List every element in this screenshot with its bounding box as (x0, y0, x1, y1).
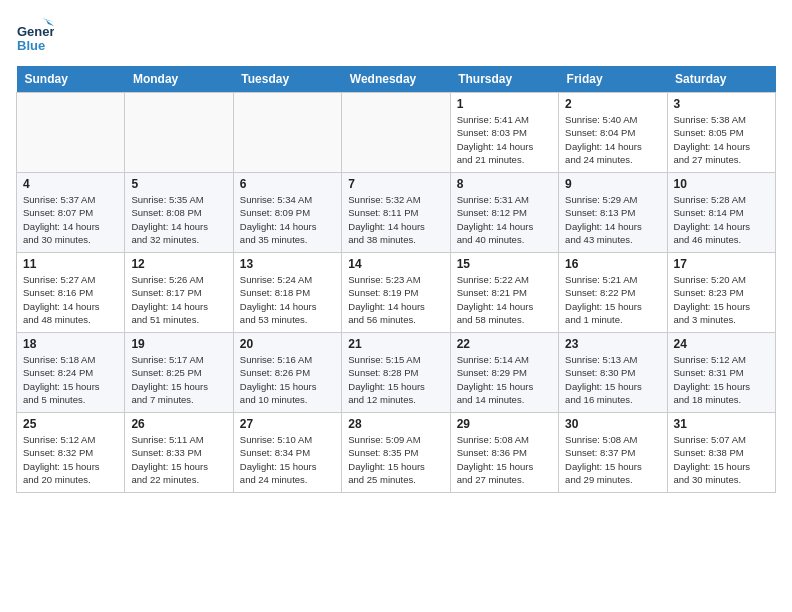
calendar-day-cell: 2Sunrise: 5:40 AM Sunset: 8:04 PM Daylig… (559, 93, 667, 173)
calendar-day-cell: 23Sunrise: 5:13 AM Sunset: 8:30 PM Dayli… (559, 333, 667, 413)
calendar-day-cell: 24Sunrise: 5:12 AM Sunset: 8:31 PM Dayli… (667, 333, 775, 413)
day-number: 9 (565, 177, 660, 191)
calendar-day-cell: 7Sunrise: 5:32 AM Sunset: 8:11 PM Daylig… (342, 173, 450, 253)
day-info: Sunrise: 5:28 AM Sunset: 8:14 PM Dayligh… (674, 193, 769, 246)
day-number: 27 (240, 417, 335, 431)
day-number: 15 (457, 257, 552, 271)
day-info: Sunrise: 5:40 AM Sunset: 8:04 PM Dayligh… (565, 113, 660, 166)
calendar-day-cell: 16Sunrise: 5:21 AM Sunset: 8:22 PM Dayli… (559, 253, 667, 333)
day-info: Sunrise: 5:27 AM Sunset: 8:16 PM Dayligh… (23, 273, 118, 326)
calendar-day-cell: 12Sunrise: 5:26 AM Sunset: 8:17 PM Dayli… (125, 253, 233, 333)
calendar-week-row: 4Sunrise: 5:37 AM Sunset: 8:07 PM Daylig… (17, 173, 776, 253)
day-number: 31 (674, 417, 769, 431)
day-number: 18 (23, 337, 118, 351)
calendar-week-row: 1Sunrise: 5:41 AM Sunset: 8:03 PM Daylig… (17, 93, 776, 173)
day-info: Sunrise: 5:13 AM Sunset: 8:30 PM Dayligh… (565, 353, 660, 406)
calendar-week-row: 25Sunrise: 5:12 AM Sunset: 8:32 PM Dayli… (17, 413, 776, 493)
calendar-day-cell: 10Sunrise: 5:28 AM Sunset: 8:14 PM Dayli… (667, 173, 775, 253)
svg-text:General: General (17, 24, 54, 39)
day-info: Sunrise: 5:32 AM Sunset: 8:11 PM Dayligh… (348, 193, 443, 246)
calendar-day-cell (233, 93, 341, 173)
day-number: 13 (240, 257, 335, 271)
day-info: Sunrise: 5:14 AM Sunset: 8:29 PM Dayligh… (457, 353, 552, 406)
day-number: 1 (457, 97, 552, 111)
page-header: General Blue (16, 16, 776, 54)
weekday-header: Wednesday (342, 66, 450, 93)
day-info: Sunrise: 5:09 AM Sunset: 8:35 PM Dayligh… (348, 433, 443, 486)
day-info: Sunrise: 5:15 AM Sunset: 8:28 PM Dayligh… (348, 353, 443, 406)
day-number: 24 (674, 337, 769, 351)
day-info: Sunrise: 5:37 AM Sunset: 8:07 PM Dayligh… (23, 193, 118, 246)
calendar-day-cell: 27Sunrise: 5:10 AM Sunset: 8:34 PM Dayli… (233, 413, 341, 493)
day-number: 30 (565, 417, 660, 431)
day-number: 26 (131, 417, 226, 431)
day-number: 23 (565, 337, 660, 351)
calendar-day-cell: 5Sunrise: 5:35 AM Sunset: 8:08 PM Daylig… (125, 173, 233, 253)
day-info: Sunrise: 5:08 AM Sunset: 8:37 PM Dayligh… (565, 433, 660, 486)
day-info: Sunrise: 5:12 AM Sunset: 8:31 PM Dayligh… (674, 353, 769, 406)
day-info: Sunrise: 5:23 AM Sunset: 8:19 PM Dayligh… (348, 273, 443, 326)
calendar-day-cell: 18Sunrise: 5:18 AM Sunset: 8:24 PM Dayli… (17, 333, 125, 413)
day-info: Sunrise: 5:07 AM Sunset: 8:38 PM Dayligh… (674, 433, 769, 486)
day-info: Sunrise: 5:22 AM Sunset: 8:21 PM Dayligh… (457, 273, 552, 326)
day-number: 25 (23, 417, 118, 431)
calendar-day-cell: 15Sunrise: 5:22 AM Sunset: 8:21 PM Dayli… (450, 253, 558, 333)
day-number: 28 (348, 417, 443, 431)
calendar-day-cell: 1Sunrise: 5:41 AM Sunset: 8:03 PM Daylig… (450, 93, 558, 173)
calendar-table: SundayMondayTuesdayWednesdayThursdayFrid… (16, 66, 776, 493)
calendar-day-cell: 22Sunrise: 5:14 AM Sunset: 8:29 PM Dayli… (450, 333, 558, 413)
calendar-day-cell: 17Sunrise: 5:20 AM Sunset: 8:23 PM Dayli… (667, 253, 775, 333)
calendar-day-cell: 31Sunrise: 5:07 AM Sunset: 8:38 PM Dayli… (667, 413, 775, 493)
calendar-day-cell: 11Sunrise: 5:27 AM Sunset: 8:16 PM Dayli… (17, 253, 125, 333)
weekday-header: Friday (559, 66, 667, 93)
weekday-header: Tuesday (233, 66, 341, 93)
day-number: 14 (348, 257, 443, 271)
weekday-header: Thursday (450, 66, 558, 93)
calendar-day-cell (342, 93, 450, 173)
day-number: 4 (23, 177, 118, 191)
calendar-day-cell: 8Sunrise: 5:31 AM Sunset: 8:12 PM Daylig… (450, 173, 558, 253)
day-number: 12 (131, 257, 226, 271)
calendar-day-cell: 28Sunrise: 5:09 AM Sunset: 8:35 PM Dayli… (342, 413, 450, 493)
calendar-day-cell: 30Sunrise: 5:08 AM Sunset: 8:37 PM Dayli… (559, 413, 667, 493)
day-number: 16 (565, 257, 660, 271)
day-number: 21 (348, 337, 443, 351)
day-number: 2 (565, 97, 660, 111)
day-info: Sunrise: 5:10 AM Sunset: 8:34 PM Dayligh… (240, 433, 335, 486)
logo: General Blue (16, 16, 54, 54)
day-info: Sunrise: 5:29 AM Sunset: 8:13 PM Dayligh… (565, 193, 660, 246)
day-info: Sunrise: 5:21 AM Sunset: 8:22 PM Dayligh… (565, 273, 660, 326)
weekday-header: Saturday (667, 66, 775, 93)
day-number: 29 (457, 417, 552, 431)
day-info: Sunrise: 5:41 AM Sunset: 8:03 PM Dayligh… (457, 113, 552, 166)
day-info: Sunrise: 5:38 AM Sunset: 8:05 PM Dayligh… (674, 113, 769, 166)
weekday-header: Sunday (17, 66, 125, 93)
calendar-day-cell: 3Sunrise: 5:38 AM Sunset: 8:05 PM Daylig… (667, 93, 775, 173)
calendar-day-cell: 6Sunrise: 5:34 AM Sunset: 8:09 PM Daylig… (233, 173, 341, 253)
day-info: Sunrise: 5:24 AM Sunset: 8:18 PM Dayligh… (240, 273, 335, 326)
day-info: Sunrise: 5:35 AM Sunset: 8:08 PM Dayligh… (131, 193, 226, 246)
day-number: 20 (240, 337, 335, 351)
day-info: Sunrise: 5:12 AM Sunset: 8:32 PM Dayligh… (23, 433, 118, 486)
calendar-day-cell: 26Sunrise: 5:11 AM Sunset: 8:33 PM Dayli… (125, 413, 233, 493)
logo-icon: General Blue (16, 16, 54, 54)
day-number: 10 (674, 177, 769, 191)
calendar-day-cell (17, 93, 125, 173)
calendar-day-cell: 14Sunrise: 5:23 AM Sunset: 8:19 PM Dayli… (342, 253, 450, 333)
day-number: 7 (348, 177, 443, 191)
day-number: 3 (674, 97, 769, 111)
day-number: 8 (457, 177, 552, 191)
day-info: Sunrise: 5:31 AM Sunset: 8:12 PM Dayligh… (457, 193, 552, 246)
day-info: Sunrise: 5:11 AM Sunset: 8:33 PM Dayligh… (131, 433, 226, 486)
day-info: Sunrise: 5:16 AM Sunset: 8:26 PM Dayligh… (240, 353, 335, 406)
calendar-week-row: 11Sunrise: 5:27 AM Sunset: 8:16 PM Dayli… (17, 253, 776, 333)
day-info: Sunrise: 5:17 AM Sunset: 8:25 PM Dayligh… (131, 353, 226, 406)
calendar-day-cell: 29Sunrise: 5:08 AM Sunset: 8:36 PM Dayli… (450, 413, 558, 493)
day-number: 17 (674, 257, 769, 271)
day-number: 5 (131, 177, 226, 191)
day-number: 19 (131, 337, 226, 351)
day-info: Sunrise: 5:18 AM Sunset: 8:24 PM Dayligh… (23, 353, 118, 406)
calendar-day-cell: 19Sunrise: 5:17 AM Sunset: 8:25 PM Dayli… (125, 333, 233, 413)
calendar-day-cell: 25Sunrise: 5:12 AM Sunset: 8:32 PM Dayli… (17, 413, 125, 493)
day-number: 6 (240, 177, 335, 191)
